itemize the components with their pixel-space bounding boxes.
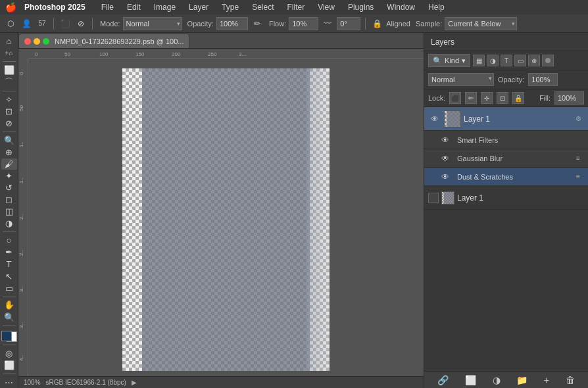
layer1-fx-icon[interactable]: ⚙ — [572, 113, 584, 125]
opacity-label: Opacity: — [187, 20, 214, 28]
menu-file[interactable]: File — [96, 0, 119, 14]
document-canvas[interactable] — [122, 68, 330, 371]
sample-select-wrap[interactable]: Current & Below — [445, 17, 517, 30]
tool-extra[interactable]: ⋯ — [1, 377, 17, 388]
menu-view[interactable]: View — [312, 0, 340, 14]
add-adjustment-icon[interactable]: ◑ — [493, 375, 501, 385]
filter-shape-icon[interactable]: ▭ — [514, 55, 526, 66]
tool-slice[interactable]: ⊘ — [1, 118, 17, 129]
filter-type-icon[interactable]: T — [501, 55, 512, 66]
filter-pixel-icon[interactable]: ▦ — [473, 55, 485, 66]
lock-artboard-icon[interactable]: ⊡ — [497, 92, 508, 104]
dust-scratches-settings-icon[interactable]: ≡ — [572, 171, 584, 183]
lock-icon[interactable]: 🔒 — [370, 17, 383, 30]
tool-hand[interactable]: ✋ — [1, 299, 17, 310]
layer1-copy-thumb-overlay — [444, 192, 454, 204]
layer-filter-kind-select[interactable]: 🔍 Kind ▾ — [428, 54, 470, 67]
tool-crop[interactable]: ⊡ — [1, 106, 17, 117]
canvas-scroll[interactable] — [28, 59, 424, 376]
lock-position-icon[interactable]: ✛ — [481, 92, 493, 104]
smoothing-icon[interactable]: 〰 — [321, 17, 334, 30]
menu-type[interactable]: Type — [216, 0, 244, 14]
layer-opacity-input[interactable] — [528, 73, 558, 86]
tool-artboard[interactable]: +⌂ — [1, 47, 17, 59]
status-arrow[interactable]: ▶ — [132, 379, 137, 386]
tool-quick-select[interactable]: ✧ — [1, 94, 17, 105]
gaussian-blur-row[interactable]: 👁 Gaussian Blur ≡ — [424, 149, 588, 168]
menu-edit[interactable]: Edit — [122, 0, 146, 14]
menu-window[interactable]: Window — [381, 0, 420, 14]
brush-preset-icon[interactable]: ⬛ — [59, 17, 72, 30]
lock-transparent-icon[interactable]: ⬛ — [449, 92, 461, 104]
tool-sep-6 — [3, 326, 16, 326]
tool-eyedropper[interactable]: 🔍 — [1, 135, 17, 146]
layers-tab[interactable]: Layers — [431, 37, 454, 47]
tab-minimize-dot[interactable] — [34, 38, 40, 45]
add-layer-icon[interactable]: + — [544, 375, 549, 385]
brush-angle-icon[interactable]: ⊘ — [74, 17, 87, 30]
tool-shape[interactable]: ▭ — [1, 283, 17, 294]
airbrush-icon[interactable]: ✏ — [251, 17, 264, 30]
filter-adjust-icon[interactable]: ◑ — [487, 55, 499, 66]
tool-move[interactable]: ⌂ — [1, 36, 17, 47]
tool-text[interactable]: T — [1, 258, 17, 270]
smart-filters-visibility[interactable]: 👁 — [439, 133, 452, 147]
layer-fill-input[interactable] — [554, 91, 584, 105]
opacity-input[interactable] — [216, 17, 248, 30]
dust-scratches-visibility[interactable]: 👁 — [439, 170, 452, 183]
menu-plugins[interactable]: Plugins — [343, 0, 379, 14]
layer1-copy-checkbox[interactable] — [428, 193, 439, 203]
flow-input[interactable] — [289, 17, 318, 30]
blend-mode-select[interactable]: Normal — [123, 17, 182, 30]
menu-image[interactable]: Image — [149, 0, 181, 14]
tool-zoom[interactable]: 🔍 — [1, 311, 17, 322]
blend-mode-select-wrap[interactable]: Normal — [123, 17, 182, 30]
layer-row-layer1[interactable]: 👁 Layer 1 ⚙ — [424, 107, 588, 131]
tool-path-select[interactable]: ↖ — [1, 270, 17, 281]
tool-stamp[interactable]: ✦ — [1, 170, 17, 182]
color-profile: sRGB IEC61966-2.1 (8bpc) — [46, 379, 126, 386]
lock-all-icon[interactable]: 🔒 — [512, 92, 524, 104]
tool-brush[interactable]: 🖌 — [1, 158, 17, 170]
layer-blend-mode-select[interactable]: Normal — [428, 73, 494, 86]
dust-scratches-row[interactable]: 👁 Dust & Scratches ≡ — [424, 168, 588, 186]
tool-spot-heal[interactable]: ⊕ — [1, 147, 17, 158]
tool-dodge[interactable]: ○ — [1, 235, 17, 246]
document-tab[interactable]: NMPDI_0-1732628693229.psb @ 100... — [18, 34, 189, 48]
menu-select[interactable]: Select — [247, 0, 279, 14]
svg-text:50: 50 — [64, 51, 70, 57]
sample-select[interactable]: Current & Below — [445, 17, 517, 30]
angle-input[interactable] — [337, 17, 360, 30]
foreground-color-swatch[interactable] — [1, 331, 12, 341]
tab-close-dot[interactable] — [24, 38, 31, 45]
layer-group-icon[interactable]: 📁 — [516, 375, 527, 385]
tool-lasso[interactable]: ⌒ — [1, 76, 17, 88]
add-layer-link-icon[interactable]: 🔗 — [437, 375, 449, 385]
delete-layer-icon[interactable]: 🗑 — [566, 375, 575, 385]
color-swatches[interactable] — [1, 331, 17, 342]
smart-filters-row[interactable]: 👁 Smart Filters — [424, 131, 588, 149]
tool-blur[interactable]: ◑ — [1, 218, 17, 229]
layer1-visibility-toggle[interactable]: 👁 — [428, 112, 441, 126]
filter-toggle[interactable] — [542, 55, 554, 66]
tool-marquee-rect[interactable]: ⬜ — [1, 64, 17, 76]
lock-pixels-icon[interactable]: ✏ — [465, 92, 477, 104]
add-mask-icon[interactable]: ⬜ — [465, 375, 476, 385]
layers-list: 👁 Layer 1 ⚙ 👁 Smart Filters 👁 — [424, 107, 588, 371]
tool-eraser[interactable]: ◻ — [1, 194, 17, 205]
filter-smart-icon[interactable]: ⊕ — [528, 55, 540, 66]
tool-gradient[interactable]: ◫ — [1, 206, 17, 217]
menu-help[interactable]: Help — [423, 0, 450, 14]
layer-blend-mode-wrap[interactable]: Normal — [428, 73, 494, 86]
menu-filter[interactable]: Filter — [282, 0, 310, 14]
layer-row-layer1-copy[interactable]: Layer 1 — [424, 186, 588, 210]
gaussian-blur-visibility[interactable]: 👁 — [439, 152, 452, 165]
gaussian-blur-settings-icon[interactable]: ≡ — [572, 153, 584, 164]
tool-history-brush[interactable]: ↺ — [1, 182, 17, 193]
menu-layer[interactable]: Layer — [184, 0, 214, 14]
tool-pen[interactable]: ✒ — [1, 247, 17, 258]
flow-label: Flow: — [269, 20, 286, 28]
tool-screen-mode[interactable]: ⬜ — [1, 360, 17, 371]
tool-quick-mask[interactable]: ◎ — [1, 348, 17, 359]
tab-expand-dot[interactable] — [43, 38, 49, 45]
